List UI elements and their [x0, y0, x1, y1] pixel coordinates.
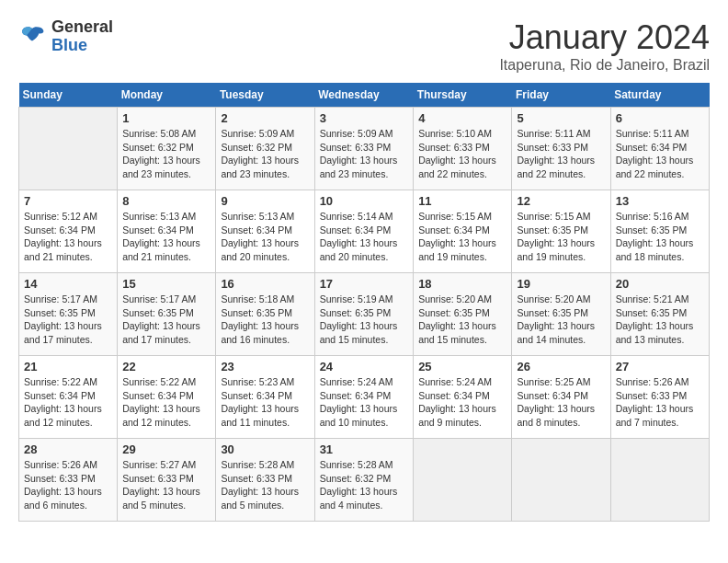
day-info: Sunrise: 5:24 AMSunset: 6:34 PMDaylight:…	[418, 375, 506, 430]
day-number: 9	[221, 194, 309, 208]
day-number: 2	[221, 111, 309, 125]
day-number: 18	[418, 277, 506, 291]
calendar-cell: 8Sunrise: 5:13 AMSunset: 6:34 PMDaylight…	[118, 190, 216, 273]
day-of-week-header: Saturday	[610, 83, 709, 108]
day-number: 13	[616, 194, 704, 208]
day-number: 14	[24, 277, 112, 291]
day-info: Sunrise: 5:28 AMSunset: 6:33 PMDaylight:…	[221, 458, 309, 512]
calendar-cell: 26Sunrise: 5:25 AMSunset: 6:34 PMDayligh…	[512, 356, 610, 439]
calendar-cell: 9Sunrise: 5:13 AMSunset: 6:34 PMDaylight…	[216, 190, 314, 273]
calendar-cell: 29Sunrise: 5:27 AMSunset: 6:33 PMDayligh…	[118, 439, 216, 522]
calendar-header-row: SundayMondayTuesdayWednesdayThursdayFrid…	[19, 83, 710, 108]
calendar-cell: 2Sunrise: 5:09 AMSunset: 6:32 PMDaylight…	[216, 108, 314, 190]
day-info: Sunrise: 5:14 AMSunset: 6:34 PMDaylight:…	[320, 210, 409, 264]
day-number: 23	[221, 360, 309, 373]
day-info: Sunrise: 5:26 AMSunset: 6:33 PMDaylight:…	[24, 458, 112, 512]
day-info: Sunrise: 5:19 AMSunset: 6:35 PMDaylight:…	[320, 293, 409, 347]
day-info: Sunrise: 5:22 AMSunset: 6:34 PMDaylight:…	[122, 375, 210, 430]
logo-general: General	[51, 17, 113, 36]
day-info: Sunrise: 5:26 AMSunset: 6:33 PMDaylight:…	[616, 375, 704, 430]
calendar-cell: 13Sunrise: 5:16 AMSunset: 6:35 PMDayligh…	[610, 190, 709, 273]
calendar-cell: 14Sunrise: 5:17 AMSunset: 6:35 PMDayligh…	[19, 273, 118, 356]
day-info: Sunrise: 5:20 AMSunset: 6:35 PMDaylight:…	[418, 293, 506, 347]
day-of-week-header: Sunday	[19, 83, 118, 108]
day-info: Sunrise: 5:18 AMSunset: 6:35 PMDaylight:…	[221, 293, 309, 347]
day-number: 6	[616, 111, 704, 125]
calendar-cell: 24Sunrise: 5:24 AMSunset: 6:34 PMDayligh…	[314, 356, 414, 439]
day-info: Sunrise: 5:23 AMSunset: 6:34 PMDaylight:…	[221, 375, 309, 430]
calendar-subtitle: Itaperuna, Rio de Janeiro, Brazil	[499, 57, 710, 74]
day-number: 11	[418, 194, 506, 208]
page-header: General Blue January 2024 Itaperuna, Rio…	[18, 18, 710, 74]
day-number: 25	[418, 360, 506, 373]
day-number: 28	[24, 442, 112, 456]
day-info: Sunrise: 5:12 AMSunset: 6:34 PMDaylight:…	[24, 210, 112, 264]
title-section: January 2024 Itaperuna, Rio de Janeiro, …	[499, 18, 710, 74]
calendar-cell	[610, 439, 709, 522]
day-number: 19	[517, 277, 605, 291]
calendar-cell: 22Sunrise: 5:22 AMSunset: 6:34 PMDayligh…	[118, 356, 216, 439]
calendar-cell	[19, 108, 118, 190]
day-of-week-header: Wednesday	[314, 83, 414, 108]
day-number: 31	[320, 442, 409, 456]
calendar-cell	[414, 439, 512, 522]
calendar-cell: 17Sunrise: 5:19 AMSunset: 6:35 PMDayligh…	[314, 273, 414, 356]
day-info: Sunrise: 5:17 AMSunset: 6:35 PMDaylight:…	[24, 293, 112, 347]
logo-text: General Blue	[51, 18, 113, 55]
calendar-cell: 12Sunrise: 5:15 AMSunset: 6:35 PMDayligh…	[512, 190, 610, 273]
day-number: 4	[418, 111, 506, 125]
calendar-cell: 11Sunrise: 5:15 AMSunset: 6:34 PMDayligh…	[414, 190, 512, 273]
calendar-cell: 31Sunrise: 5:28 AMSunset: 6:32 PMDayligh…	[314, 439, 414, 522]
calendar-cell: 10Sunrise: 5:14 AMSunset: 6:34 PMDayligh…	[314, 190, 414, 273]
calendar-cell: 28Sunrise: 5:26 AMSunset: 6:33 PMDayligh…	[19, 439, 118, 522]
day-number: 8	[122, 194, 210, 208]
logo: General Blue	[18, 18, 113, 55]
calendar-week-row: 7Sunrise: 5:12 AMSunset: 6:34 PMDaylight…	[19, 190, 710, 273]
day-of-week-header: Monday	[118, 83, 216, 108]
day-number: 16	[221, 277, 309, 291]
calendar-cell: 23Sunrise: 5:23 AMSunset: 6:34 PMDayligh…	[216, 356, 314, 439]
calendar-cell: 25Sunrise: 5:24 AMSunset: 6:34 PMDayligh…	[414, 356, 512, 439]
day-number: 22	[122, 360, 210, 373]
day-info: Sunrise: 5:10 AMSunset: 6:33 PMDaylight:…	[418, 127, 506, 181]
day-info: Sunrise: 5:09 AMSunset: 6:32 PMDaylight:…	[221, 127, 309, 181]
calendar-week-row: 1Sunrise: 5:08 AMSunset: 6:32 PMDaylight…	[19, 108, 710, 190]
day-number: 30	[221, 442, 309, 456]
day-of-week-header: Tuesday	[216, 83, 314, 108]
day-number: 15	[122, 277, 210, 291]
calendar-week-row: 14Sunrise: 5:17 AMSunset: 6:35 PMDayligh…	[19, 273, 710, 356]
day-number: 17	[320, 277, 409, 291]
day-info: Sunrise: 5:15 AMSunset: 6:35 PMDaylight:…	[517, 210, 605, 264]
calendar-cell	[512, 439, 610, 522]
calendar-week-row: 28Sunrise: 5:26 AMSunset: 6:33 PMDayligh…	[19, 439, 710, 522]
day-info: Sunrise: 5:22 AMSunset: 6:34 PMDaylight:…	[24, 375, 112, 430]
day-number: 5	[517, 111, 605, 125]
day-info: Sunrise: 5:13 AMSunset: 6:34 PMDaylight:…	[221, 210, 309, 264]
day-info: Sunrise: 5:09 AMSunset: 6:33 PMDaylight:…	[320, 127, 409, 181]
day-info: Sunrise: 5:20 AMSunset: 6:35 PMDaylight:…	[517, 293, 605, 347]
calendar-week-row: 21Sunrise: 5:22 AMSunset: 6:34 PMDayligh…	[19, 356, 710, 439]
calendar-cell: 18Sunrise: 5:20 AMSunset: 6:35 PMDayligh…	[414, 273, 512, 356]
day-info: Sunrise: 5:15 AMSunset: 6:34 PMDaylight:…	[418, 210, 506, 264]
calendar-cell: 6Sunrise: 5:11 AMSunset: 6:34 PMDaylight…	[610, 108, 709, 190]
day-of-week-header: Thursday	[414, 83, 512, 108]
calendar-cell: 7Sunrise: 5:12 AMSunset: 6:34 PMDaylight…	[19, 190, 118, 273]
day-of-week-header: Friday	[512, 83, 610, 108]
calendar-cell: 4Sunrise: 5:10 AMSunset: 6:33 PMDaylight…	[414, 108, 512, 190]
calendar-cell: 15Sunrise: 5:17 AMSunset: 6:35 PMDayligh…	[118, 273, 216, 356]
day-info: Sunrise: 5:28 AMSunset: 6:32 PMDaylight:…	[320, 458, 409, 512]
day-info: Sunrise: 5:16 AMSunset: 6:35 PMDaylight:…	[616, 210, 704, 264]
calendar-cell: 5Sunrise: 5:11 AMSunset: 6:33 PMDaylight…	[512, 108, 610, 190]
day-number: 29	[122, 442, 210, 456]
calendar-cell: 1Sunrise: 5:08 AMSunset: 6:32 PMDaylight…	[118, 108, 216, 190]
day-number: 1	[122, 111, 210, 125]
day-number: 26	[517, 360, 605, 373]
day-info: Sunrise: 5:11 AMSunset: 6:34 PMDaylight:…	[616, 127, 704, 181]
calendar-cell: 30Sunrise: 5:28 AMSunset: 6:33 PMDayligh…	[216, 439, 314, 522]
day-number: 27	[616, 360, 704, 373]
calendar-cell: 27Sunrise: 5:26 AMSunset: 6:33 PMDayligh…	[610, 356, 709, 439]
day-info: Sunrise: 5:25 AMSunset: 6:34 PMDaylight:…	[517, 375, 605, 430]
day-info: Sunrise: 5:11 AMSunset: 6:33 PMDaylight:…	[517, 127, 605, 181]
day-number: 12	[517, 194, 605, 208]
calendar-cell: 16Sunrise: 5:18 AMSunset: 6:35 PMDayligh…	[216, 273, 314, 356]
